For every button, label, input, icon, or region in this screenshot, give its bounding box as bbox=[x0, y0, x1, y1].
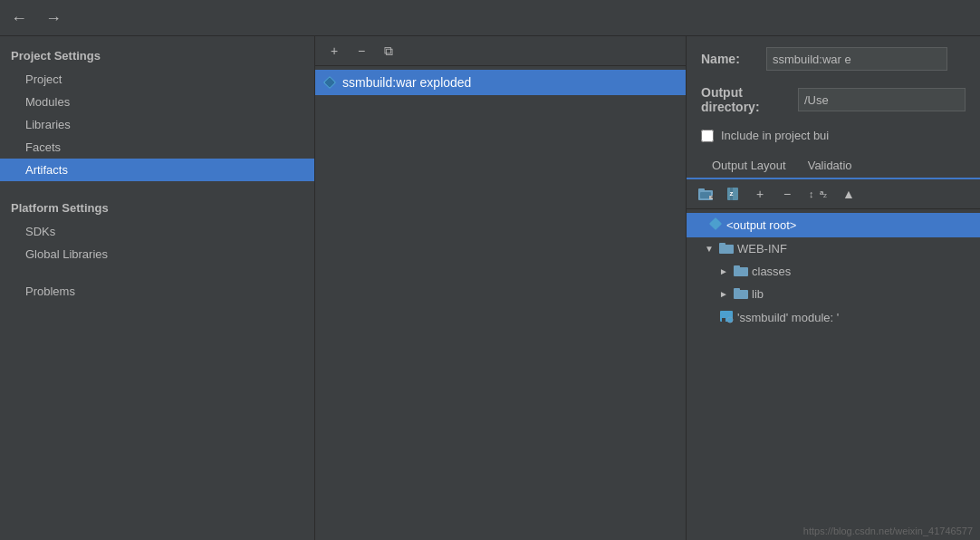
output-layout-toolbar: + z + − ↕ a z ▲ bbox=[687, 179, 980, 209]
sidebar-item-global-libraries[interactable]: Global Libraries bbox=[0, 243, 314, 265]
tree-item-classes[interactable]: ► classes bbox=[687, 260, 980, 283]
tab-output-layout[interactable]: Output Layout bbox=[701, 153, 797, 179]
name-row: Name: bbox=[687, 36, 980, 78]
svg-rect-17 bbox=[734, 265, 740, 269]
name-input[interactable] bbox=[766, 47, 947, 71]
svg-text:+: + bbox=[711, 194, 714, 200]
svg-rect-21 bbox=[722, 318, 725, 322]
artifact-item-label: ssmbuild:war exploded bbox=[342, 75, 471, 90]
output-remove-button[interactable]: − bbox=[775, 183, 799, 205]
tree-item-classes-label: classes bbox=[752, 265, 791, 278]
svg-rect-19 bbox=[734, 288, 740, 292]
svg-rect-15 bbox=[719, 243, 725, 246]
output-folder-button[interactable]: + bbox=[694, 183, 717, 205]
web-inf-arrow: ▼ bbox=[705, 244, 716, 254]
include-label: Include in project bui bbox=[721, 129, 829, 142]
folder-icon-web-inf bbox=[719, 241, 734, 256]
output-add-button[interactable]: + bbox=[748, 183, 772, 205]
main-layout: Project Settings Project Modules Librari… bbox=[0, 36, 980, 540]
output-sort-button[interactable]: ↕ a z bbox=[802, 183, 833, 205]
tree-item-web-inf-label: WEB-INF bbox=[737, 242, 787, 256]
artifact-add-button[interactable]: + bbox=[322, 40, 346, 62]
output-up-button[interactable]: ▲ bbox=[837, 183, 860, 205]
output-dir-row: Output directory: bbox=[687, 78, 980, 121]
include-checkbox-row: Include in project bui bbox=[687, 121, 980, 149]
name-label: Name: bbox=[701, 52, 755, 66]
svg-text:z: z bbox=[730, 189, 734, 198]
sidebar-item-facets[interactable]: Facets bbox=[0, 136, 314, 159]
svg-point-22 bbox=[727, 317, 733, 323]
svg-rect-1 bbox=[324, 77, 334, 87]
sidebar: Project Settings Project Modules Librari… bbox=[0, 36, 315, 540]
output-dir-label: Output directory: bbox=[701, 85, 787, 114]
svg-text:↕: ↕ bbox=[809, 188, 814, 199]
root-diamond-icon bbox=[708, 217, 723, 234]
sidebar-spacer-2 bbox=[0, 265, 314, 280]
folder-icon-classes bbox=[734, 264, 748, 279]
sidebar-item-sdks[interactable]: SDKs bbox=[0, 220, 314, 243]
artifact-copy-button[interactable]: ⧉ bbox=[377, 40, 400, 62]
tree-item-lib-label: lib bbox=[752, 287, 764, 301]
tree-item-lib[interactable]: ► lib bbox=[687, 283, 980, 305]
svg-rect-3 bbox=[698, 188, 705, 192]
platform-settings-header: Platform Settings bbox=[0, 196, 314, 220]
sidebar-item-project[interactable]: Project bbox=[0, 68, 314, 91]
forward-button[interactable]: → bbox=[42, 8, 65, 28]
project-settings-header: Project Settings bbox=[0, 43, 314, 68]
sidebar-item-artifacts[interactable]: Artifacts bbox=[0, 159, 314, 181]
war-artifact-icon bbox=[322, 75, 337, 90]
right-tabs: Output Layout Validatio bbox=[687, 153, 980, 179]
back-button[interactable]: ← bbox=[7, 8, 31, 28]
tree-item-output-root[interactable]: <output root> bbox=[687, 213, 980, 237]
tree-item-ssmbuild-label: 'ssmbuild' module: ' bbox=[737, 311, 839, 324]
svg-text:z: z bbox=[823, 191, 827, 199]
middle-panel: + − ⧉ ssmbuild:war exploded bbox=[315, 36, 687, 540]
lib-arrow: ► bbox=[719, 289, 730, 299]
folder-icon-lib bbox=[734, 286, 748, 302]
classes-arrow: ► bbox=[719, 266, 730, 276]
output-zip-button[interactable]: z bbox=[721, 183, 745, 205]
top-toolbar: ← → bbox=[0, 0, 980, 36]
artifact-item-ssmbuild[interactable]: ssmbuild:war exploded bbox=[315, 70, 686, 95]
output-dir-input[interactable] bbox=[798, 88, 966, 111]
sidebar-item-libraries[interactable]: Libraries bbox=[0, 113, 314, 136]
tree-item-ssmbuild-module[interactable]: 'ssmbuild' module: ' bbox=[687, 305, 980, 330]
artifact-remove-button[interactable]: − bbox=[350, 40, 373, 62]
svg-rect-13 bbox=[709, 217, 722, 230]
artifact-list-toolbar: + − ⧉ bbox=[315, 36, 686, 66]
tree-item-root-label: <output root> bbox=[726, 218, 796, 232]
output-tree: <output root> ▼ WEB-INF ► bbox=[687, 209, 980, 540]
artifact-list: ssmbuild:war exploded bbox=[315, 66, 686, 95]
right-panel: Name: Output directory: Include in proje… bbox=[687, 36, 980, 540]
watermark: https://blog.csdn.net/weixin_41746577 bbox=[803, 526, 973, 536]
include-checkbox[interactable] bbox=[701, 130, 714, 142]
sidebar-item-problems[interactable]: Problems bbox=[0, 280, 314, 303]
tab-validation[interactable]: Validatio bbox=[797, 153, 863, 179]
tree-item-web-inf[interactable]: ▼ WEB-INF bbox=[687, 237, 980, 260]
sidebar-item-modules[interactable]: Modules bbox=[0, 91, 314, 113]
module-icon-ssmbuild bbox=[719, 309, 734, 326]
sidebar-spacer bbox=[0, 181, 314, 196]
